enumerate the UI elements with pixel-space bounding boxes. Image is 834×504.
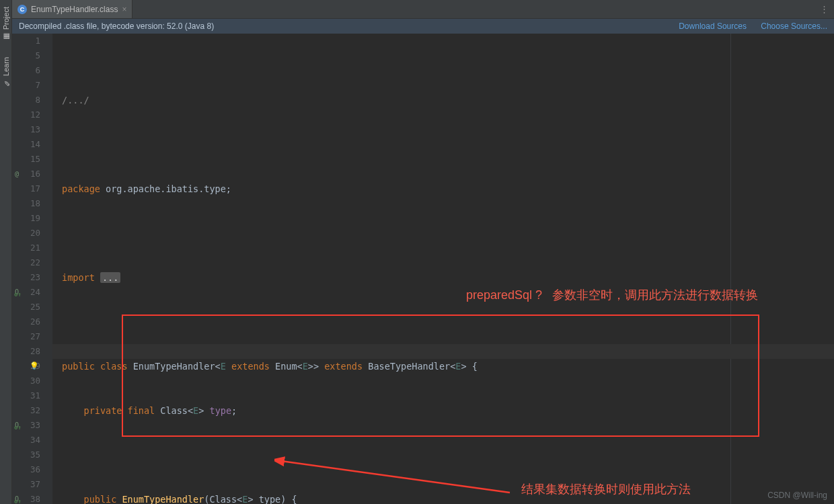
- code-area[interactable]: /.../ package org.apache.ibatis.type; im…: [52, 34, 834, 504]
- current-line-highlight: [52, 344, 834, 359]
- annotation-text-1: preparedSql ? 参数非空时，调用此方法进行数据转换: [466, 288, 758, 302]
- file-tab-label: EnumTypeHandler.class: [31, 5, 118, 14]
- decompile-notice: Decompiled .class file, bytecode version…: [12, 19, 834, 34]
- more-icon[interactable]: ⋮: [814, 0, 834, 18]
- watermark: CSDN @Will-ing: [767, 491, 827, 500]
- download-sources-link[interactable]: Download Sources: [679, 22, 747, 31]
- svg-line-0: [281, 461, 510, 493]
- learn-icon: ✎: [1, 79, 10, 87]
- code-editor[interactable]: 156781213141516@1718192021222324Oo↑25262…: [12, 34, 834, 504]
- gutter: 156781213141516@1718192021222324Oo↑25262…: [12, 34, 52, 504]
- annotation-box: [122, 314, 759, 437]
- close-icon[interactable]: ×: [122, 5, 126, 14]
- project-label: Project: [2, 7, 10, 30]
- notice-text: Decompiled .class file, bytecode version…: [19, 22, 214, 31]
- project-icon: ▦: [1, 32, 10, 41]
- class-icon: C: [17, 5, 27, 14]
- file-tab[interactable]: C EnumTypeHandler.class ×: [12, 0, 132, 18]
- notice-links: Download Sources Choose Sources...: [667, 22, 827, 31]
- project-tab[interactable]: ▦ Project: [1, 7, 10, 41]
- main-area: C EnumTypeHandler.class × ⋮ Decompiled .…: [12, 0, 834, 504]
- editor-tabbar: C EnumTypeHandler.class × ⋮: [12, 0, 834, 19]
- learn-tab[interactable]: ✎ Learn: [1, 57, 10, 87]
- left-toolbar: ▦ Project ✎ Learn: [0, 0, 12, 504]
- choose-sources-link[interactable]: Choose Sources...: [761, 22, 827, 31]
- folded-imports[interactable]: ...: [100, 272, 120, 283]
- code-text: /.../: [62, 95, 89, 106]
- learn-label: Learn: [2, 57, 10, 76]
